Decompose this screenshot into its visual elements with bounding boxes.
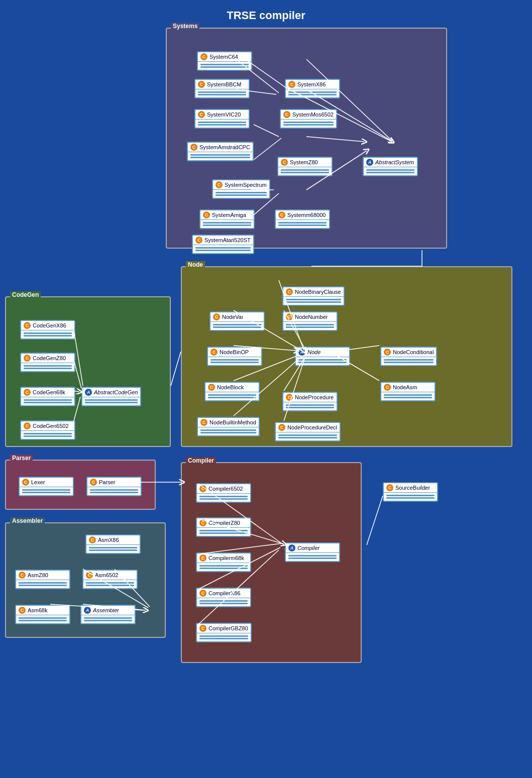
node-CodeGen68k: CCodeGen68k	[20, 387, 75, 406]
page-title: TRSE compiler	[0, 0, 532, 27]
node-Compiler6502: CCompiler6502	[196, 483, 251, 503]
codegen-group: CodeGen CCodeGenX86 CCodeGenZ80 CCodeGen…	[5, 296, 171, 447]
codegen-group-label: CodeGen	[10, 291, 41, 298]
node-NodeAsm: CNodeAsm	[380, 382, 436, 401]
node-CompilerX86: CCompilerX86	[196, 588, 251, 607]
node-SystemAtari520ST: CSystemAtari520ST	[192, 235, 254, 254]
node-CompilerZ80: CCompilerZ80	[196, 517, 251, 537]
node-AbstractSystem: AAbstractSystem	[363, 157, 418, 176]
node-SourceBuilder: CSourceBuilder	[383, 482, 438, 502]
node-NodeVar: CNodeVar	[209, 311, 265, 331]
node-SystemMos6502: CSystemMos6502	[280, 109, 337, 129]
node-AsmX86: CAsmX86	[85, 534, 141, 554]
node-Compiler-abstract: ACompiler	[285, 542, 340, 562]
node-SystemZ80: CSystemZ80	[277, 157, 333, 176]
node-NodeBuiltinMethod: CNodeBuiltinMethod	[197, 417, 260, 436]
systems-group-label: Systems	[171, 23, 199, 30]
node-SystemBBCM: CSystemBBCM	[194, 79, 250, 98]
node-NodeNumber: CNodeNumber	[282, 311, 338, 331]
node-Lexer: CLexer	[19, 477, 74, 496]
node-CodeGen6502: CCodeGen6502	[20, 420, 75, 440]
node-SystemVIC20: CSystemVIC20	[194, 109, 250, 129]
node-Compilerm68k: CCompilerm68k	[196, 552, 251, 572]
node-Systemm68000: CSystemm68000	[275, 209, 330, 229]
node-group-label: Node	[186, 261, 205, 268]
parser-group: Parser CLexer CParser	[5, 460, 156, 510]
node-Asm6502: CAsm6502	[82, 570, 138, 589]
node-SystemC64: CSystemC64	[197, 51, 252, 71]
systems-group: Systems CSystemC64 CSystemBBCM CSystemX8…	[166, 28, 447, 249]
parser-group-label: Parser	[10, 455, 33, 462]
node-NodeConditional: CNodeConditional	[380, 347, 437, 366]
node-CompilerGBZ80: CCompilerGBZ80	[196, 623, 252, 642]
node-AbstractCodeGen: AAbstractCodeGen	[81, 387, 141, 406]
node-group: Node CNodeBinaryClause CNodeVar CNodeNum…	[181, 266, 512, 447]
node-SystemSpectrum: CSystemSpectrum	[212, 179, 270, 199]
node-Node: ANode	[295, 347, 350, 366]
node-NodeProcedure: CNodeProcedure	[282, 392, 338, 411]
node-NodeBlock: CNodeBlock	[204, 382, 260, 401]
node-SystemAmstradCPC: CSystemAmstradCPC	[187, 142, 254, 161]
node-SystemX86: CSystemX86	[285, 79, 340, 98]
node-NodeBinOP: CNodeBinOP	[207, 347, 262, 366]
compiler-group-label: Compiler	[186, 457, 216, 464]
node-CodeGenZ80: CCodeGenZ80	[20, 353, 75, 372]
compiler-group: Compiler CCompiler6502 CCompilerZ80 ACom…	[181, 462, 362, 663]
assembler-group: Assembler CAsmX86 CAsmZ80 CAsm6502 CAsm6…	[5, 522, 166, 638]
node-CodeGenX86: CCodeGenX86	[20, 320, 75, 340]
node-SystemAmiga: CSystemAmiga	[199, 209, 255, 229]
assembler-group-label: Assembler	[10, 517, 45, 524]
node-Asm68k: CAsm68k	[15, 605, 70, 624]
node-Parser: CParser	[86, 477, 142, 496]
node-AsmZ80: CAsmZ80	[15, 570, 70, 589]
node-NodeProcedureDecl: CNodeProcedureDecl	[275, 422, 341, 441]
node-Assembler: AAssembler	[80, 605, 136, 624]
node-NodeBinaryClause: CNodeBinaryClause	[282, 286, 345, 306]
